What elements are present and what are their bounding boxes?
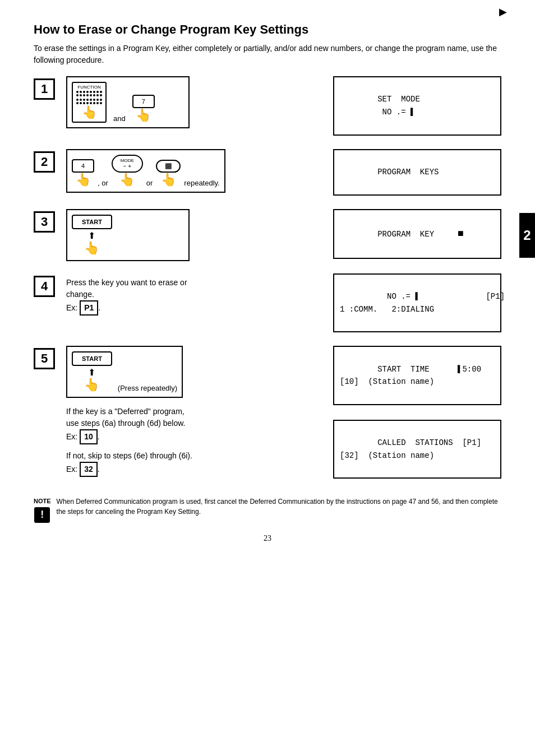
hand-icon-6: 👆 bbox=[84, 241, 99, 256]
step-4-desc-1: Press the key you want to erase or bbox=[66, 278, 187, 287]
mode-key-group: MODE − + 👆 bbox=[112, 155, 143, 187]
step-5-ex-deferred: 10 bbox=[80, 429, 98, 444]
hand-icon-3: 👆 bbox=[76, 173, 91, 187]
step-2-lcd: PROGRAM KEYS bbox=[333, 149, 501, 196]
step-4-desc-3: Ex: bbox=[66, 303, 77, 312]
note-icon: ! bbox=[34, 507, 50, 523]
mode-key-2: ⬛ bbox=[156, 160, 181, 173]
step-5-illustration: START ⬆ 👆 (Press repeatedly) bbox=[66, 346, 183, 398]
step-3-number: 3 bbox=[34, 211, 55, 233]
step-2-illus-row: 4 👆 , or MODE − + 👆 or bbox=[72, 155, 220, 187]
step-4-lcd: NO .= ▌ [P1] 1 :COMM. 2:DIALING bbox=[333, 273, 501, 333]
repeatedly-label: repeatedly. bbox=[184, 179, 219, 187]
function-label: FUNCTION bbox=[77, 85, 100, 90]
steps-container: 1 FUNCTION bbox=[34, 76, 501, 486]
step-5-ex-notdeferred: 32 bbox=[80, 462, 98, 477]
step-1-left: FUNCTION 👆 bbox=[66, 76, 322, 131]
step-2-left: 4 👆 , or MODE − + 👆 or bbox=[66, 149, 322, 195]
step-3-right: PROGRAM KEY ■ bbox=[333, 209, 501, 263]
hand-icon-2: 👆 bbox=[136, 108, 151, 123]
step-1-right: SET MODE NO .= ▌ bbox=[333, 76, 501, 139]
hand-icon-5: 👆 bbox=[161, 173, 176, 187]
four-key: 4 bbox=[72, 159, 94, 173]
step-3-illus-row: START ⬆ 👆 bbox=[72, 215, 112, 256]
step-5-desc-notdeferred: If not, skip to steps (6e) through (6i).… bbox=[66, 450, 192, 477]
start-key-group-1: START ⬆ 👆 bbox=[72, 215, 112, 256]
step-5-lcd-called: CALLED STATIONS [P1] [32] (Station name) bbox=[333, 420, 501, 479]
step-1-number: 1 bbox=[34, 78, 55, 100]
step-3-left: START ⬆ 👆 bbox=[66, 209, 322, 263]
four-key-group: 4 👆 bbox=[72, 159, 94, 187]
hand-icon-4: 👆 bbox=[119, 173, 135, 187]
step-2-right: PROGRAM KEYS bbox=[333, 149, 501, 199]
dots-grid-1 bbox=[76, 91, 102, 96]
mode-label: MODE bbox=[121, 158, 134, 163]
step-5-number: 5 bbox=[34, 348, 55, 369]
step-1-row: 1 FUNCTION bbox=[34, 76, 501, 139]
mode-key-group-2: ⬛ 👆 bbox=[156, 160, 181, 187]
dots-grid-2 bbox=[76, 99, 102, 104]
step-5-desc-n2: Ex: bbox=[66, 465, 77, 474]
and-label: and bbox=[113, 114, 126, 123]
step-5-desc-d2: use steps (6a) through (6d) below. bbox=[66, 419, 185, 428]
or-label-2: or bbox=[146, 179, 153, 187]
note-icon-block: NOTE ! bbox=[34, 497, 51, 523]
seven-key-group: 7 👆 bbox=[132, 95, 155, 123]
note-label: NOTE bbox=[34, 497, 51, 506]
step-4-lcd-area: NO .= ▌ [P1] 1 :COMM. 2:DIALING bbox=[333, 273, 501, 336]
step-4-ex: P1 bbox=[80, 300, 98, 316]
step-1-illus-row: FUNCTION 👆 bbox=[72, 82, 155, 123]
mode-minus: − + bbox=[123, 163, 131, 169]
page-title: How to Erase or Change Program Key Setti… bbox=[34, 22, 501, 37]
hand-icon-7: 👆 bbox=[84, 378, 99, 392]
note-section: NOTE ! When Deferred Communication progr… bbox=[34, 497, 501, 523]
top-arrow-decoration: ▶ bbox=[499, 6, 507, 18]
step-5-desc-n1: If not, skip to steps (6e) through (6i). bbox=[66, 451, 192, 460]
side-tab: 2 bbox=[519, 213, 535, 258]
page-number: 23 bbox=[34, 534, 501, 543]
hand-icon-1: 👆 bbox=[82, 105, 97, 120]
intro-text: To erase the settings in a Program Key, … bbox=[34, 43, 501, 66]
step-5-illus-row: START ⬆ 👆 (Press repeatedly) bbox=[72, 351, 177, 392]
step-4-desc: Press the key you want to erase or chang… bbox=[66, 277, 187, 316]
function-key: FUNCTION 👆 bbox=[72, 82, 107, 123]
seven-key: 7 bbox=[132, 95, 155, 108]
start-key-2: START bbox=[72, 351, 112, 366]
start-key-group-2: START ⬆ 👆 bbox=[72, 351, 112, 392]
step-3-lcd: PROGRAM KEY ■ bbox=[333, 209, 501, 259]
step-1-lcd: SET MODE NO .= ▌ bbox=[333, 76, 501, 136]
step-2-illustration: 4 👆 , or MODE − + 👆 or bbox=[66, 149, 225, 193]
press-repeatedly-label: (Press repeatedly) bbox=[118, 384, 177, 392]
note-text: When Deferred Communication program is u… bbox=[57, 497, 501, 517]
or-label-1: , or bbox=[98, 179, 108, 187]
step-2-number: 2 bbox=[34, 151, 55, 173]
step-4-left: Press the key you want to erase or chang… bbox=[66, 273, 322, 316]
step-5-lcd-start-time: START TIME ▌5:00 [10] (Station name) bbox=[333, 346, 501, 405]
step-4-right: NO .= ▌ [P1] 1 :COMM. 2:DIALING bbox=[333, 273, 501, 336]
start-key-1: START bbox=[72, 215, 112, 229]
step-4-desc-2: change. bbox=[66, 290, 94, 299]
step-5-desc-d3: Ex: bbox=[66, 432, 77, 441]
step-5-desc-deferred: If the key is a "Deferred" program, use … bbox=[66, 406, 185, 444]
step-4-row: 4 Press the key you want to erase or cha… bbox=[34, 273, 501, 336]
step-5-desc-d1: If the key is a "Deferred" program, bbox=[66, 407, 185, 416]
step-3-illustration: START ⬆ 👆 bbox=[66, 209, 190, 261]
step-5-right: START TIME ▌5:00 [10] (Station name) CAL… bbox=[333, 346, 501, 482]
step-2-row: 2 4 👆 , or MODE − + 👆 bbox=[34, 149, 501, 199]
step-5-row: 5 START ⬆ 👆 (Press repeatedly) If the ke… bbox=[34, 346, 501, 482]
step-1-illustration: FUNCTION 👆 bbox=[66, 76, 190, 128]
step-4-number: 4 bbox=[34, 276, 55, 297]
step-3-row: 3 START ⬆ 👆 PROGRAM KEY ■ bbox=[34, 209, 501, 263]
step-5-left: START ⬆ 👆 (Press repeatedly) If the key … bbox=[66, 346, 322, 477]
mode-key: MODE − + bbox=[112, 155, 143, 173]
